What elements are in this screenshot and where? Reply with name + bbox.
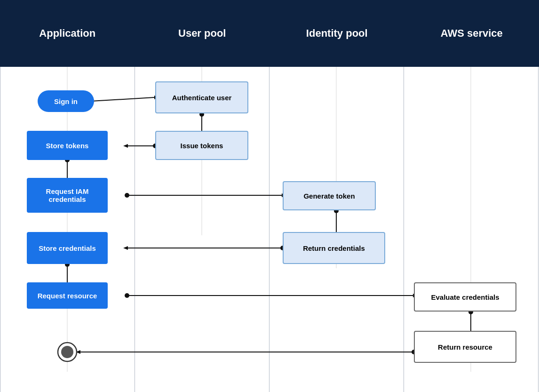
request-resource-node: Request resource: [27, 282, 108, 309]
col-header-aws-service: AWS service: [404, 0, 539, 67]
store-credentials-node: Store credentials: [27, 232, 108, 264]
generate-token-node: Generate token: [283, 181, 376, 210]
return-resource-node: Return resource: [414, 331, 516, 363]
store-tokens-node: Store tokens: [27, 131, 108, 160]
swimlane-line-4: [538, 67, 539, 392]
diagram-container: Application User pool Identity pool AWS …: [0, 0, 539, 392]
swimlane-line-0: [0, 67, 0, 392]
evaluate-credentials-node: Evaluate credentials: [414, 282, 516, 312]
col-header-identity-pool: Identity pool: [270, 0, 404, 67]
swimlane-line-3: [404, 67, 404, 392]
end-node: [57, 342, 78, 362]
return-credentials-node: Return credentials: [283, 232, 385, 264]
col-title-identity-pool: Identity pool: [306, 27, 368, 40]
authenticate-user-node: Authenticate user: [155, 81, 248, 113]
col-header-application: Application: [0, 0, 135, 67]
request-iam-node: Request IAM credentials: [27, 178, 108, 213]
col-title-user-pool: User pool: [178, 27, 226, 40]
col-title-application: Application: [39, 27, 95, 40]
swimlane-line-2: [269, 67, 270, 392]
svg-point-38: [61, 346, 73, 358]
columns-header: Application User pool Identity pool AWS …: [0, 0, 539, 67]
issue-tokens-node: Issue tokens: [155, 131, 248, 160]
sign-in-node: Sign in: [38, 90, 94, 112]
col-header-user-pool: User pool: [135, 0, 270, 67]
col-title-aws-service: AWS service: [441, 27, 503, 40]
swimlane-line-1: [135, 67, 135, 392]
